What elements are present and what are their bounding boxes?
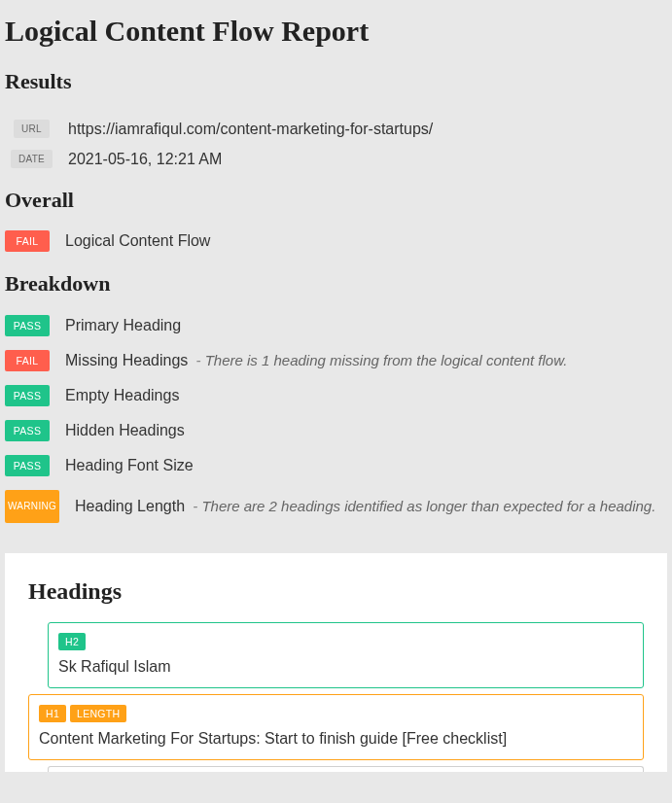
meta-row: URLhttps://iamrafiqul.com/content-market…: [5, 114, 667, 144]
meta-value: 2021-05-16, 12:21 AM: [58, 151, 222, 168]
heading-tag: LENGTH: [70, 705, 126, 722]
status-badge: PASS: [5, 315, 50, 336]
meta-label: URL: [14, 120, 50, 138]
results-meta: URLhttps://iamrafiqul.com/content-market…: [5, 114, 667, 174]
overall-status-badge: FAIL: [5, 230, 50, 252]
status-badge: FAIL: [5, 350, 50, 371]
heading-tag: H2: [58, 633, 86, 650]
headings-list: H2Sk Rafiqul IslamH1LENGTHContent Market…: [28, 622, 644, 760]
report-title: Logical Content Flow Report: [5, 5, 667, 55]
breakdown-text: Missing Headings: [65, 352, 188, 368]
heading-entry: H2Sk Rafiqul Islam: [48, 622, 644, 688]
status-badge: PASS: [5, 420, 50, 441]
heading-text: Sk Rafiqul Islam: [58, 658, 633, 676]
breakdown-row: PASSHeading Font Size: [5, 448, 667, 483]
meta-label: DATE: [11, 150, 53, 168]
breakdown-text: Empty Headings: [65, 387, 179, 403]
breakdown-text: Heading Length: [75, 498, 185, 514]
breakdown-row: WARNINGHeading Length - There are 2 head…: [5, 483, 667, 530]
tag-row: H2: [58, 633, 633, 650]
truncated-indicator: [48, 766, 644, 772]
overall-heading: Overall: [5, 174, 667, 225]
meta-row: DATE2021-05-16, 12:21 AM: [5, 144, 667, 174]
breakdown-row: PASSEmpty Headings: [5, 378, 667, 413]
breakdown-note: - There is 1 heading missing from the lo…: [192, 352, 567, 368]
breakdown-heading: Breakdown: [5, 258, 667, 308]
status-badge: PASS: [5, 385, 50, 406]
overall-status-text: Logical Content Flow: [65, 232, 210, 250]
heading-text: Content Marketing For Startups: Start to…: [39, 730, 633, 748]
breakdown-text: Hidden Headings: [65, 422, 185, 438]
status-badge: PASS: [5, 455, 50, 476]
headings-card: Headings H2Sk Rafiqul IslamH1LENGTHConte…: [5, 553, 667, 772]
overall-row: FAIL Logical Content Flow: [5, 225, 667, 258]
breakdown-list: PASSPrimary HeadingFAILMissing Headings …: [5, 308, 667, 530]
heading-tag: H1: [39, 705, 66, 722]
breakdown-text: Primary Heading: [65, 317, 181, 333]
status-badge: WARNING: [5, 490, 59, 523]
breakdown-note: - There are 2 headings identified as lon…: [189, 498, 655, 514]
breakdown-text: Heading Font Size: [65, 457, 194, 473]
results-heading: Results: [5, 55, 667, 106]
breakdown-row: PASSPrimary Heading: [5, 308, 667, 343]
meta-value: https://iamrafiqul.com/content-marketing…: [58, 121, 433, 138]
headings-heading: Headings: [28, 573, 644, 622]
heading-entry: H1LENGTHContent Marketing For Startups: …: [28, 694, 644, 760]
tag-row: H1LENGTH: [39, 705, 633, 722]
breakdown-row: FAILMissing Headings - There is 1 headin…: [5, 343, 667, 378]
breakdown-row: PASSHidden Headings: [5, 413, 667, 448]
